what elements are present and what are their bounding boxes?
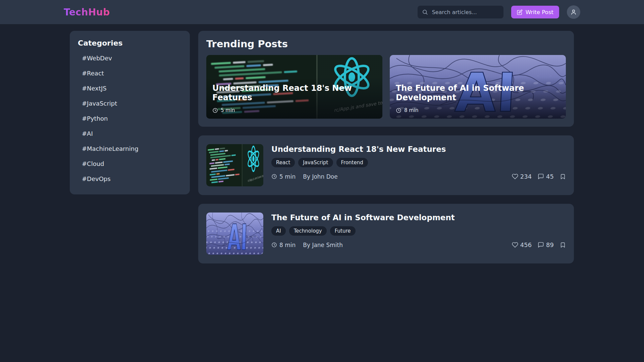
article-stats: 456 89: [512, 241, 566, 248]
article-body: Understanding React 18's New Features Re…: [271, 144, 566, 186]
featured-title: Understanding React 18's New Features: [212, 83, 376, 102]
bookmark-button[interactable]: [560, 174, 566, 180]
heart-icon: [512, 242, 518, 248]
trending-title: Trending Posts: [206, 38, 566, 50]
featured-meta: 5 min: [212, 107, 376, 113]
comment-count: 89: [546, 241, 554, 248]
sidebar-item-machinelearning[interactable]: #MachineLearning: [78, 141, 182, 156]
top-navbar: TechHub Write Post: [0, 0, 644, 24]
avatar[interactable]: [567, 5, 580, 19]
clock-icon: [271, 174, 277, 179]
tag-react[interactable]: React: [271, 158, 295, 167]
navbar-actions: Write Post: [418, 5, 580, 19]
sidebar-item-javascript[interactable]: #JavaScript: [78, 96, 182, 111]
tag-future[interactable]: Future: [330, 226, 356, 236]
sidebar-item-webdev[interactable]: #WebDev: [78, 51, 182, 66]
ai-article-thumbnail: [206, 213, 263, 255]
bookmark-icon: [560, 242, 566, 248]
article-card-ai[interactable]: The Future of AI in Software Development…: [198, 204, 574, 263]
sidebar-item-nextjs[interactable]: #NextJS: [78, 81, 182, 96]
search-input[interactable]: [431, 9, 499, 16]
featured-card-ai[interactable]: The Future of AI in Software Development…: [390, 55, 566, 119]
featured-title: The Future of AI in Software Development: [396, 83, 560, 102]
comment-button[interactable]: 89: [538, 241, 554, 248]
tag-row: React JavaScript Frontend: [271, 158, 566, 167]
react-article-thumbnail: [206, 144, 263, 186]
article-stats: 234 45: [512, 173, 566, 180]
read-time: 8 min: [271, 242, 296, 248]
user-icon: [570, 8, 577, 16]
read-time: 5 min: [221, 107, 235, 113]
featured-meta: 8 min: [396, 107, 560, 113]
article-author: By John Doe: [303, 173, 337, 180]
search-box: [418, 6, 503, 18]
like-count: 456: [520, 241, 532, 248]
page-layout: Categories #WebDev #React #NextJS #JavaS…: [0, 24, 644, 263]
comment-count: 45: [546, 173, 554, 180]
comment-icon: [538, 242, 544, 248]
tag-frontend[interactable]: Frontend: [336, 158, 368, 167]
like-count: 234: [520, 173, 532, 180]
article-body: The Future of AI in Software Development…: [271, 213, 566, 255]
sidebar-item-cloud[interactable]: #Cloud: [78, 156, 182, 171]
sidebar-item-python[interactable]: #Python: [78, 111, 182, 126]
featured-overlay: The Future of AI in Software Development…: [390, 55, 566, 119]
clock-icon: [212, 108, 218, 113]
category-list: #WebDev #React #NextJS #JavaScript #Pyth…: [78, 51, 182, 186]
article-card-react[interactable]: Understanding React 18's New Features Re…: [198, 135, 574, 195]
article-meta: 5 min By John Doe: [271, 173, 338, 180]
clock-icon: [271, 242, 277, 248]
categories-sidebar: Categories #WebDev #React #NextJS #JavaS…: [70, 31, 190, 194]
article-author: By Jane Smith: [303, 242, 343, 248]
sidebar-title: Categories: [78, 39, 182, 47]
logo[interactable]: TechHub: [64, 7, 110, 18]
sidebar-item-ai[interactable]: #AI: [78, 126, 182, 141]
read-time: 8 min: [404, 107, 419, 113]
comment-icon: [538, 173, 544, 180]
comment-button[interactable]: 45: [538, 173, 554, 180]
article-meta: 8 min By Jane Smith: [271, 242, 343, 248]
article-footer: 8 min By Jane Smith 456: [271, 241, 566, 248]
sidebar-item-devops[interactable]: #DevOps: [78, 171, 182, 186]
trending-section: Trending Posts Understanding React 18's …: [198, 31, 574, 127]
article-title[interactable]: Understanding React 18's New Features: [271, 145, 566, 154]
write-post-label: Write Post: [526, 9, 553, 15]
main-content: Trending Posts Understanding React 18's …: [198, 31, 574, 263]
featured-overlay: Understanding React 18's New Features 5 …: [206, 55, 382, 119]
edit-icon: [517, 9, 523, 15]
article-title[interactable]: The Future of AI in Software Development: [271, 213, 566, 222]
like-button[interactable]: 234: [512, 173, 532, 180]
tag-row: AI Technology Future: [271, 226, 566, 236]
clock-icon: [396, 108, 401, 113]
read-time: 5 min: [271, 173, 296, 180]
tag-ai[interactable]: AI: [271, 226, 286, 236]
bookmark-icon: [560, 174, 566, 180]
search-icon: [422, 9, 428, 15]
sidebar-item-react[interactable]: #React: [78, 66, 182, 81]
featured-card-react[interactable]: Understanding React 18's New Features 5 …: [206, 55, 382, 119]
article-footer: 5 min By John Doe 234: [271, 173, 566, 180]
like-button[interactable]: 456: [512, 241, 532, 248]
tag-technology[interactable]: Technology: [289, 226, 327, 236]
tag-javascript[interactable]: JavaScript: [298, 158, 333, 167]
write-post-button[interactable]: Write Post: [511, 6, 559, 18]
heart-icon: [512, 173, 518, 180]
featured-row: Understanding React 18's New Features 5 …: [206, 55, 566, 119]
bookmark-button[interactable]: [560, 242, 566, 248]
